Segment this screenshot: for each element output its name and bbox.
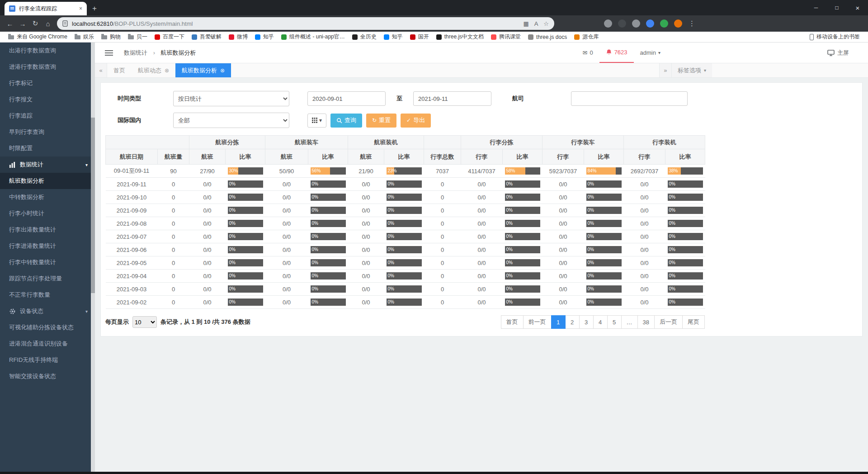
bookmark-item[interactable]: 腾讯课堂 — [487, 32, 524, 42]
qr-icon[interactable]: ▦ — [523, 20, 528, 27]
mail-button[interactable]: ✉ 0 — [576, 43, 599, 63]
browser-tab[interactable]: 行李全流程跟踪 × — [5, 2, 87, 15]
page-button[interactable]: 首页 — [501, 315, 524, 329]
reset-button[interactable]: ↻ 重置 — [366, 114, 396, 128]
bookmark-item[interactable]: 组件概述 - uni-app官… — [278, 32, 349, 42]
sidebar-item[interactable]: 进港混合通道识别设备 — [0, 336, 95, 352]
sidebar-item[interactable]: 可视化辅助分拣设备状态 — [0, 319, 95, 336]
site-info-icon[interactable] — [62, 20, 68, 27]
tabs-scroll-left-button[interactable]: « — [95, 63, 107, 77]
bookmark-item[interactable]: 娱乐 — [71, 32, 98, 42]
side-panel-icon[interactable] — [604, 19, 612, 28]
tab-close-icon[interactable]: × — [79, 5, 82, 12]
page-button[interactable]: 38 — [637, 315, 655, 329]
sidebar-item[interactable]: RFID无线手持终端 — [0, 352, 95, 368]
page-button[interactable]: 后一页 — [654, 315, 683, 329]
scrollbar-thumb[interactable] — [91, 118, 95, 293]
green-status-icon[interactable] — [660, 19, 668, 28]
page-button[interactable]: 尾页 — [682, 315, 705, 329]
sidebar-item[interactable]: 智能交接设备状态 — [0, 368, 95, 384]
scope-select[interactable]: 全部 — [173, 113, 289, 128]
hamburger-icon[interactable] — [103, 47, 115, 59]
page-tab[interactable]: 航班数据分析⊗ — [175, 63, 231, 77]
sidebar-scrollbar[interactable] — [91, 43, 95, 472]
user-menu[interactable]: admin ▾ — [634, 43, 667, 63]
home-icon[interactable]: ⌂ — [42, 17, 54, 30]
page-button[interactable]: 1 — [551, 315, 566, 329]
bookmark-item[interactable]: three.js中文文档 — [433, 32, 487, 42]
translate-icon[interactable]: A — [534, 20, 538, 27]
bookmark-item[interactable]: 吾爱破解 — [188, 32, 225, 42]
notifications-button[interactable]: 7623 — [599, 43, 634, 63]
page-button[interactable]: 3 — [579, 315, 594, 329]
bookmark-item[interactable]: 源仓库 — [571, 32, 602, 42]
address-bar[interactable]: localhost:62810/BOP-PLUS/System/main.htm… — [57, 17, 554, 30]
sidebar-item[interactable]: 早到行李查询 — [0, 124, 95, 140]
profile-avatar[interactable] — [674, 19, 682, 28]
back-icon[interactable]: ← — [4, 17, 16, 30]
page-size-select[interactable]: 10 — [132, 316, 157, 328]
sidebar-item[interactable]: 不正常行李数量 — [0, 287, 95, 303]
translate-extension-icon[interactable] — [646, 19, 654, 28]
airline-input[interactable] — [571, 91, 688, 106]
fullscreen-button[interactable]: 主屏 — [827, 49, 868, 57]
extension-badge-icon[interactable] — [618, 19, 626, 28]
sidebar-item[interactable]: 行李中转数量统计 — [0, 254, 95, 270]
bookmark-item[interactable]: 贝一 — [124, 32, 151, 42]
columns-toggle-button[interactable]: ▾ — [307, 114, 326, 128]
sidebar-item[interactable]: 跟踪节点行李处理量 — [0, 270, 95, 287]
page-button[interactable]: 5 — [607, 315, 622, 329]
data-cell: 0/0 — [542, 204, 584, 217]
bookmark-item[interactable]: 国开 — [406, 32, 433, 42]
sidebar-item[interactable]: 行李出港数量统计 — [0, 222, 95, 238]
sidebar-item[interactable]: 行李标记 — [0, 75, 95, 91]
export-button[interactable]: ✓ 导出 — [401, 114, 431, 128]
page-button[interactable]: … — [621, 315, 638, 329]
bookmark-item[interactable]: 知乎 — [380, 32, 406, 42]
bookmark-item[interactable]: 百度一下 — [151, 32, 188, 42]
tab-close-icon[interactable]: ⊗ — [165, 67, 169, 74]
sidebar-item[interactable]: 中转数据分析 — [0, 189, 95, 205]
page-button[interactable]: 2 — [565, 315, 580, 329]
sidebar-item[interactable]: 出港行李数据查询 — [0, 43, 95, 59]
browser-menu-icon[interactable]: ⋮ — [689, 19, 695, 28]
bookmark-item[interactable]: 全历史 — [349, 32, 380, 42]
breadcrumb-parent[interactable]: 数据统计 — [124, 49, 147, 56]
sidebar-item[interactable]: 行李进港数量统计 — [0, 238, 95, 254]
query-button[interactable]: 查询 — [330, 114, 362, 128]
bookmark-item[interactable]: 微博 — [225, 32, 251, 42]
minimize-button[interactable]: ─ — [806, 0, 826, 15]
reload-icon[interactable]: ↻ — [29, 17, 42, 30]
rewind-icon[interactable] — [632, 19, 640, 28]
tab-options-button[interactable]: 标签选项 ▾ — [671, 63, 712, 77]
time-type-select[interactable]: 按日统计 — [173, 91, 289, 106]
data-cell: 21/90 — [348, 165, 384, 178]
date-from-input[interactable] — [307, 91, 386, 106]
close-button[interactable]: × — [847, 0, 868, 15]
progress-bar-label: 0% — [388, 285, 394, 293]
bookmark-mobile-folder[interactable]: 移动设备上的书签 — [810, 33, 863, 41]
bookmark-item[interactable]: three.js docs — [524, 32, 571, 42]
maximize-button[interactable]: □ — [826, 0, 847, 15]
bookmark-item[interactable]: 知乎 — [251, 32, 278, 42]
new-tab-button[interactable]: + — [92, 4, 97, 13]
bookmark-item[interactable]: 购物 — [98, 32, 124, 42]
page-tab[interactable]: 首页 — [107, 63, 132, 77]
bookmark-star-icon[interactable]: ☆ — [543, 20, 549, 27]
tab-close-icon[interactable]: ⊗ — [220, 67, 225, 74]
page-button[interactable]: 4 — [593, 315, 608, 329]
sidebar-item[interactable]: 航班数据分析 — [0, 173, 95, 189]
bookmark-item[interactable]: 来自 Google Chrome — [5, 32, 71, 42]
page-tab[interactable]: 航班动态⊗ — [132, 63, 175, 77]
sidebar-item[interactable]: 行李报文 — [0, 91, 95, 108]
sidebar-item[interactable]: 行李小时统计 — [0, 205, 95, 222]
tabs-scroll-right-button[interactable]: » — [659, 63, 671, 77]
sidebar-group[interactable]: 数据统计▾ — [0, 156, 95, 173]
sidebar-group[interactable]: 设备状态▾ — [0, 303, 95, 319]
date-to-input[interactable] — [413, 91, 491, 106]
page-button[interactable]: 前一页 — [523, 315, 552, 329]
sidebar-item[interactable]: 进港行李数据查询 — [0, 59, 95, 75]
sidebar-item[interactable]: 行李追踪 — [0, 108, 95, 124]
sidebar-item[interactable]: 时限配置 — [0, 140, 95, 156]
forward-icon[interactable]: → — [16, 17, 29, 30]
